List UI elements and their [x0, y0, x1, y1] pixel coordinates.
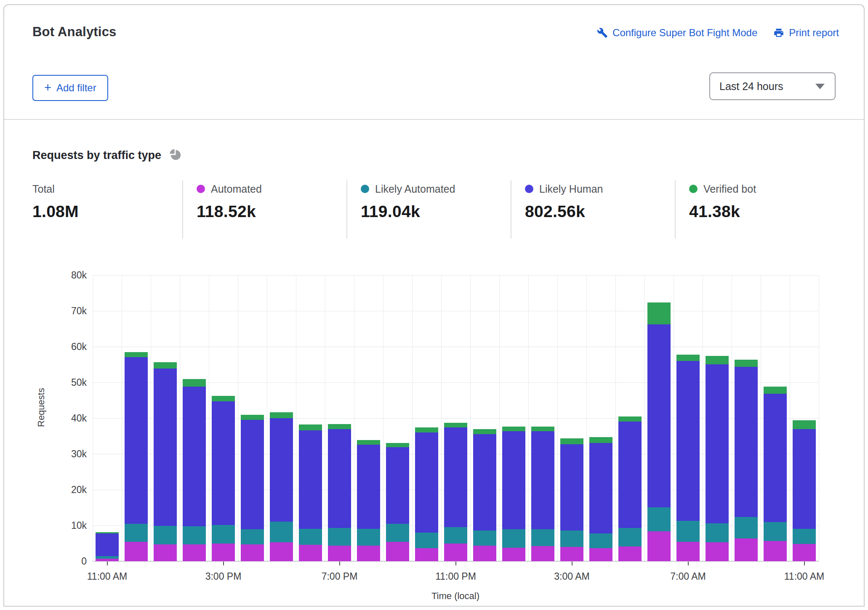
- x-gridline: [354, 275, 354, 561]
- x-gridline: [615, 275, 616, 561]
- segment-automated: [473, 546, 496, 561]
- chart-bar-5:00-am-18[interactable]: [618, 416, 642, 561]
- x-gridline: [441, 275, 442, 561]
- wrench-icon: [597, 27, 608, 38]
- segment-likely-human: [270, 418, 293, 522]
- chart-bar-8:00-pm-9[interactable]: [357, 440, 380, 561]
- x-gridline: [586, 275, 587, 561]
- segment-likely-automated: [676, 521, 700, 542]
- segment-verified-bot: [241, 415, 264, 420]
- segment-likely-human: [299, 430, 322, 529]
- segment-likely-automated: [444, 527, 467, 544]
- segment-likely-human: [444, 427, 467, 527]
- time-range-select[interactable]: Last 24 hours: [709, 72, 836, 100]
- segment-automated: [531, 546, 554, 561]
- segment-likely-human: [386, 447, 409, 524]
- segment-likely-human: [764, 394, 787, 522]
- segment-verified-bot: [328, 424, 351, 429]
- chart-bar-2:00-pm-3[interactable]: [183, 379, 206, 561]
- segment-verified-bot: [415, 427, 438, 432]
- x-gridline: [296, 275, 296, 561]
- segment-likely-automated: [241, 529, 264, 544]
- chart-bar-11:00-am-0[interactable]: [96, 532, 119, 561]
- x-gridline: [325, 275, 325, 561]
- chart-bar-7:00-pm-8[interactable]: [328, 424, 351, 561]
- segment-likely-human: [241, 420, 264, 529]
- bot-analytics-card: Bot Analytics Configure Super Bot Fight …: [3, 4, 865, 607]
- x-gridline: [238, 275, 238, 561]
- stat-label: Likely Automated: [375, 183, 455, 195]
- segment-likely-human: [125, 357, 148, 524]
- x-axis-tick-label: 7:00 AM: [646, 571, 730, 582]
- segment-automated: [764, 541, 787, 561]
- chart-bar-3:00-am-16[interactable]: [560, 438, 583, 561]
- section-heading-label: Requests by traffic type: [32, 149, 161, 162]
- x-gridline: [93, 275, 93, 561]
- segment-verified-bot: [560, 438, 583, 444]
- x-axis-title: Time (local): [371, 591, 540, 602]
- chart-bar-10:00-am-23[interactable]: [764, 387, 787, 561]
- stat-label-row: Likely Human: [525, 182, 675, 196]
- chart-bar-8:00-am-21[interactable]: [706, 356, 729, 561]
- y-axis-tick-label: 10k: [49, 520, 87, 531]
- segment-likely-human: [560, 444, 583, 530]
- pie-chart-icon[interactable]: [169, 148, 182, 163]
- chart-bar-9:00-am-22[interactable]: [735, 360, 758, 561]
- segment-likely-automated: [415, 533, 438, 548]
- segment-automated: [241, 544, 264, 561]
- chart-bar-4:00-am-17[interactable]: [589, 437, 612, 561]
- segment-automated: [415, 548, 438, 561]
- configure-super-bot-fight-mode-link[interactable]: Configure Super Bot Fight Mode: [597, 27, 757, 39]
- segment-automated: [299, 545, 322, 561]
- segment-verified-bot: [647, 302, 671, 324]
- segment-likely-automated: [473, 530, 496, 546]
- segment-likely-human: [735, 367, 758, 517]
- chart-bar-6:00-am-19[interactable]: [647, 302, 671, 561]
- segment-automated: [357, 546, 380, 561]
- chart-bar-6:00-pm-7[interactable]: [299, 424, 322, 561]
- segment-likely-automated: [212, 525, 235, 544]
- segment-verified-bot: [531, 427, 554, 431]
- chart-bar-10:00-pm-11[interactable]: [415, 427, 438, 561]
- chart-bar-2:00-am-15[interactable]: [531, 427, 554, 561]
- y-axis-tick-label: 30k: [49, 448, 87, 460]
- segment-automated: [676, 542, 700, 561]
- printer-icon: [773, 27, 784, 38]
- x-axis-tick-label: 3:00 PM: [181, 571, 266, 582]
- chart-bar-11:00-pm-12[interactable]: [444, 423, 467, 561]
- segment-verified-bot: [589, 437, 612, 443]
- x-gridline: [122, 275, 122, 561]
- chart-bar-12:00-am-13[interactable]: [473, 429, 496, 561]
- chart-bar-3:00-pm-4[interactable]: [212, 396, 235, 561]
- segment-automated: [560, 547, 583, 561]
- stat-automated: Automated118.52k: [183, 180, 346, 239]
- stat-value: 802.56k: [525, 202, 675, 221]
- chart-bar-1:00-pm-2[interactable]: [154, 362, 177, 561]
- chart-bar-12:00-pm-1[interactable]: [125, 352, 148, 561]
- chart-bar-1:00-am-14[interactable]: [502, 427, 525, 561]
- segment-likely-human: [589, 443, 612, 533]
- chart-bar-7:00-am-20[interactable]: [676, 355, 700, 561]
- add-filter-button[interactable]: + Add filter: [32, 75, 108, 101]
- chart-bar-11:00-am-24[interactable]: [793, 420, 816, 561]
- stat-value: 41.38k: [689, 202, 839, 221]
- time-range-value: Last 24 hours: [719, 80, 783, 93]
- stat-likely-automated: Likely Automated119.04k: [347, 180, 511, 239]
- chart-bar-5:00-pm-6[interactable]: [270, 412, 293, 561]
- segment-likely-human: [618, 422, 642, 528]
- segment-automated: [386, 542, 409, 561]
- stat-label: Verified bot: [703, 183, 756, 195]
- segment-likely-human: [96, 533, 119, 556]
- stat-label-row: Automated: [197, 182, 346, 196]
- print-report-link[interactable]: Print report: [773, 27, 839, 39]
- chart-bar-9:00-pm-10[interactable]: [386, 443, 409, 561]
- chart-bar-4:00-pm-5[interactable]: [241, 415, 264, 562]
- x-gridline: [557, 275, 558, 561]
- segment-verified-bot: [676, 355, 700, 361]
- stat-value: 1.08M: [32, 202, 182, 221]
- print-link-label: Print report: [789, 27, 839, 39]
- x-gridline: [528, 275, 529, 561]
- x-axis-tick-label: 11:00 AM: [65, 571, 149, 582]
- segment-likely-human: [647, 324, 671, 507]
- segment-likely-human: [328, 429, 351, 528]
